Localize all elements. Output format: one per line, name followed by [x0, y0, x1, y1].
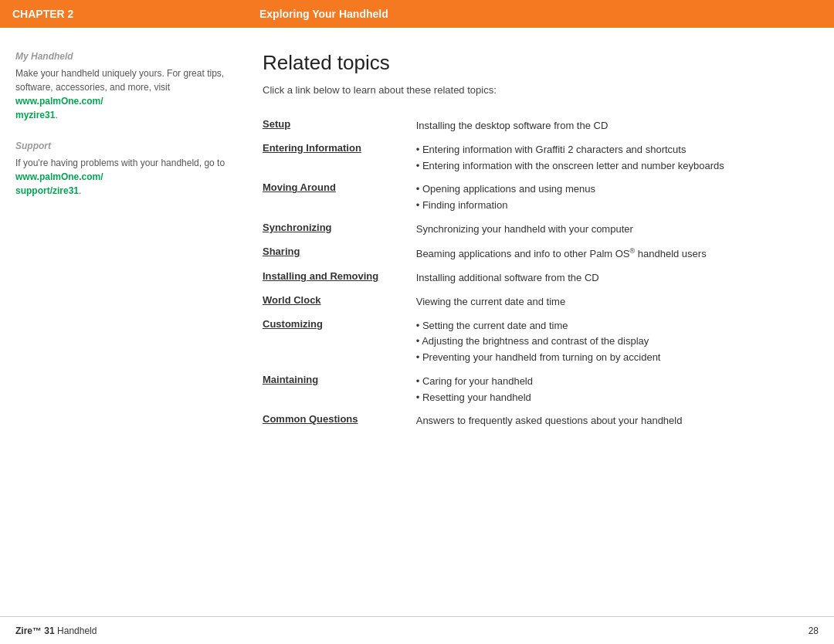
- footer-page-number: 28: [809, 625, 819, 636]
- sidebar-support-text: If you're having problems with your hand…: [15, 156, 232, 198]
- topic-desc: Beaming applications and info to other P…: [416, 242, 811, 266]
- topic-link[interactable]: Setup: [263, 114, 416, 138]
- sidebar-section-support: Support If you're having problems with y…: [15, 141, 232, 198]
- topic-bullet: Finding information: [416, 198, 805, 214]
- topic-desc: Installing the desktop software from the…: [416, 114, 811, 138]
- topic-link[interactable]: Customizing: [263, 314, 416, 370]
- topic-desc: Answers to frequently asked questions ab…: [416, 409, 811, 433]
- topic-link[interactable]: Entering Information: [263, 138, 416, 178]
- topic-bullet: Resetting your handheld: [416, 390, 805, 406]
- chapter-label: CHAPTER 2: [12, 8, 259, 20]
- topic-bullet: Adjusting the brightness and contrast of…: [416, 334, 805, 350]
- topic-bullet: Preventing your handheld from turning on…: [416, 350, 805, 366]
- table-row: SharingBeaming applications and info to …: [263, 242, 811, 266]
- topic-desc: Viewing the current date and time: [416, 290, 811, 314]
- table-row: SynchronizingSynchronizing your handheld…: [263, 218, 811, 242]
- footer-brand: Zire™ 31 Handheld: [15, 625, 97, 636]
- page-title: Related topics: [263, 51, 811, 75]
- topic-bullet: Entering information with Graffiti 2 cha…: [416, 142, 805, 158]
- topic-desc: Caring for your handheldResetting your h…: [416, 370, 811, 410]
- table-row: Entering InformationEntering information…: [263, 138, 811, 178]
- topic-bullet: Caring for your handheld: [416, 374, 805, 390]
- topic-link[interactable]: Maintaining: [263, 370, 416, 410]
- sidebar: My Handheld Make your handheld uniquely …: [0, 28, 247, 616]
- topic-bullet: Opening applications and using menus: [416, 181, 805, 198]
- topic-link[interactable]: World Clock: [263, 290, 416, 314]
- palmone-support-link[interactable]: www.palmOne.com/support/zire31: [15, 171, 103, 196]
- topic-desc: Installing additional software from the …: [416, 266, 811, 290]
- footer: Zire™ 31 Handheld 28: [0, 616, 834, 644]
- table-row: MaintainingCaring for your handheldReset…: [263, 370, 811, 410]
- table-row: CustomizingSetting the current date and …: [263, 314, 811, 370]
- content-area: Related topics Click a link below to lea…: [247, 28, 834, 616]
- main-content: My Handheld Make your handheld uniquely …: [0, 28, 834, 616]
- table-row: SetupInstalling the desktop software fro…: [263, 114, 811, 138]
- topic-desc: Synchronizing your handheld with your co…: [416, 218, 811, 242]
- sidebar-myhandheld-text: Make your handheld uniquely yours. For g…: [15, 66, 232, 122]
- topic-link[interactable]: Sharing: [263, 242, 416, 266]
- table-row: World ClockViewing the current date and …: [263, 290, 811, 314]
- topic-bullet: Setting the current date and time: [416, 318, 805, 334]
- header-bar: CHAPTER 2 Exploring Your Handheld: [0, 0, 834, 28]
- topic-desc: Opening applications and using menusFind…: [416, 178, 811, 218]
- table-row: Installing and RemovingInstalling additi…: [263, 266, 811, 290]
- table-row: Common QuestionsAnswers to frequently as…: [263, 409, 811, 433]
- content-intro: Click a link below to learn about these …: [263, 84, 811, 96]
- topic-link[interactable]: Synchronizing: [263, 218, 416, 242]
- sidebar-support-title: Support: [15, 141, 232, 151]
- topic-desc: Setting the current date and timeAdjusti…: [416, 314, 811, 370]
- chapter-title: Exploring Your Handheld: [259, 8, 388, 20]
- topic-link[interactable]: Moving Around: [263, 178, 416, 218]
- palmone-myzire-link[interactable]: www.palmOne.com/myzire31: [15, 96, 103, 120]
- topics-table: SetupInstalling the desktop software fro…: [263, 114, 811, 433]
- topic-link[interactable]: Common Questions: [263, 409, 416, 433]
- topic-link[interactable]: Installing and Removing: [263, 266, 416, 290]
- sidebar-section-myhandheld: My Handheld Make your handheld uniquely …: [15, 51, 232, 122]
- sidebar-myhandheld-title: My Handheld: [15, 51, 232, 62]
- topic-bullet: Entering information with the onscreen l…: [416, 158, 805, 175]
- topic-desc: Entering information with Graffiti 2 cha…: [416, 138, 811, 178]
- table-row: Moving AroundOpening applications and us…: [263, 178, 811, 218]
